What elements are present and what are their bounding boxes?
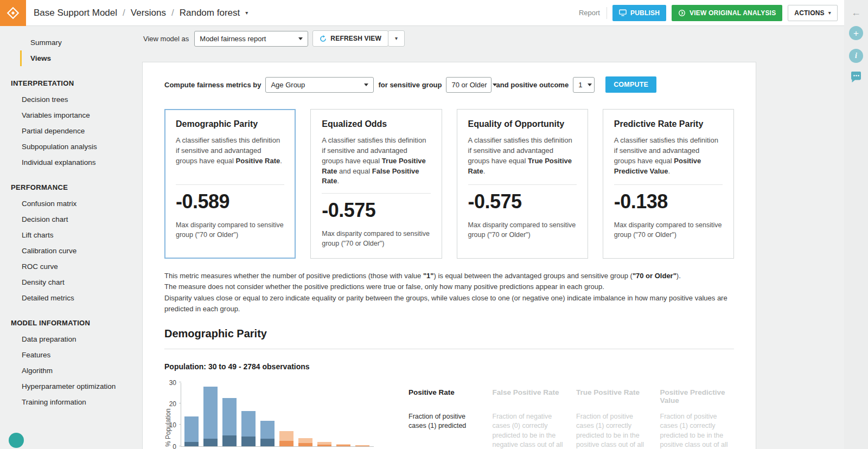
histogram-bar[interactable] [336, 444, 350, 446]
histogram-bar[interactable] [260, 421, 275, 446]
sidebar-item-partial-dependence[interactable]: Partial dependence [0, 123, 140, 139]
info-icon[interactable]: i [849, 49, 863, 63]
histogram-bar[interactable] [298, 438, 312, 446]
sidebar-item-decision-chart[interactable]: Decision chart [0, 211, 140, 227]
analysis-icon [678, 9, 686, 17]
metric-cards-row: Demographic ParityA classifier satisfies… [164, 109, 734, 259]
sensitive-group-select[interactable]: 70 or Older [446, 77, 492, 93]
model-logo-icon[interactable] [0, 0, 26, 26]
histogram-bar[interactable] [241, 411, 256, 446]
header-actions: Report PUBLISH VIEW ORIGINAL ANALYSIS [579, 5, 844, 21]
sidebar-item-calibration-curve[interactable]: Calibration curve [0, 243, 140, 259]
breadcrumb-model[interactable]: Base Support Model [34, 8, 117, 18]
sensitive-group-value: 70 or Older [451, 81, 487, 89]
view-toolbar: View model as Model fairness report REFR… [142, 30, 844, 47]
y-axis-tick [179, 382, 181, 382]
user-avatar[interactable] [9, 433, 24, 448]
chat-icon[interactable] [849, 72, 863, 85]
sidebar-item-hyperparameter-optimization[interactable]: Hyperparameter optimization [0, 379, 140, 394]
bar-segment-predicted-1-true-1 [298, 443, 312, 446]
metric-card-equalized-odds[interactable]: Equalized OddsA classifier satisfies thi… [310, 109, 442, 259]
publish-button[interactable]: PUBLISH [612, 5, 666, 21]
compute-by-select[interactable]: Age Group [265, 77, 374, 93]
top-header: Base Support Model / Versions / Random f… [0, 0, 844, 26]
compute-by-label: Compute fairness metrics by [164, 81, 261, 89]
breadcrumb-separator: / [171, 8, 174, 18]
refresh-options-button[interactable]: ▾ [388, 30, 405, 47]
metric-explanation: This metric measures whether the number … [164, 271, 734, 315]
section-divider [164, 349, 734, 349]
y-axis-tick-label: 10 [169, 422, 176, 428]
sidebar-item-decision-trees[interactable]: Decision trees [0, 92, 140, 107]
sensitive-group-label: for sensitive group [378, 81, 442, 89]
sidebar-item-detailed-metrics[interactable]: Detailed metrics [0, 290, 140, 306]
sidebar-item-subpopulation-analysis[interactable]: Subpopulation analysis [0, 139, 140, 155]
histogram-bar[interactable] [317, 442, 331, 446]
metric-card-description: A classifier satisfies this definition i… [322, 136, 430, 187]
rate-column-header-false-positive-rate[interactable]: False Positive Rate [493, 388, 567, 405]
body-row: SummaryViewsINTERPRETATIONDecision trees… [0, 26, 844, 449]
sidebar-item-data-preparation[interactable]: Data preparation [0, 331, 140, 347]
metric-card-equality-of-opportunity[interactable]: Equality of OpportunityA classifier sati… [457, 109, 588, 259]
metric-card-demographic-parity[interactable]: Demographic ParityA classifier satisfies… [164, 109, 296, 259]
chevron-down-icon[interactable]: ▾ [245, 10, 248, 16]
positive-outcome-select[interactable]: 1 [573, 77, 595, 93]
view-original-analysis-button[interactable]: VIEW ORIGINAL ANALYSIS [672, 5, 782, 21]
bar-segment-predicted-0-true-0 [222, 398, 237, 435]
metric-card-value: -0.589 [176, 190, 284, 213]
sidebar-item-algorithm[interactable]: Algorithm [0, 363, 140, 379]
sidebar-item-views[interactable]: Views [20, 50, 140, 66]
sidebar-item-lift-charts[interactable]: Lift charts [0, 227, 140, 243]
histogram-bar[interactable] [222, 398, 237, 446]
metric-card-title: Demographic Parity [176, 119, 284, 129]
y-axis-tick [179, 446, 181, 446]
collapse-panel-icon[interactable]: ← [851, 8, 861, 17]
histogram-bar[interactable] [203, 387, 218, 446]
sidebar-item-roc-curve[interactable]: ROC curve [0, 259, 140, 274]
chevron-down-icon [364, 84, 368, 86]
metric-card-footer: Max disparity compared to sensitive grou… [176, 221, 284, 240]
bar-segment-predicted-0-true-1 [184, 442, 199, 446]
breadcrumb-separator: / [123, 8, 125, 18]
bar-segment-predicted-0-true-0 [184, 416, 199, 442]
sidebar-item-variables-importance[interactable]: Variables importance [0, 107, 140, 123]
sidebar-item-features[interactable]: Features [0, 347, 140, 363]
metric-card-predictive-rate-parity[interactable]: Predictive Rate ParityA classifier satis… [603, 109, 734, 259]
breadcrumb-version-name[interactable]: Random forest [180, 8, 240, 18]
metric-card-divider [614, 184, 723, 185]
sidebar-section-interpretation: INTERPRETATION [0, 66, 140, 92]
report-tab[interactable]: Report [579, 9, 600, 17]
breadcrumb-versions[interactable]: Versions [131, 8, 166, 18]
view-model-select[interactable]: Model fairness report [194, 31, 308, 47]
breadcrumb: Base Support Model / Versions / Random f… [34, 8, 248, 18]
actions-button[interactable]: ACTIONS ▾ [788, 5, 838, 21]
view-model-select-value: Model fairness report [200, 35, 266, 43]
refresh-view-button[interactable]: REFRESH VIEW [312, 30, 388, 47]
sidebar-item-training-information[interactable]: Training information [0, 394, 140, 410]
refresh-view-label: REFRESH VIEW [330, 35, 381, 42]
metric-card-footer: Max disparity compared to sensitive grou… [468, 221, 577, 240]
bar-segment-predicted-0-true-1 [203, 439, 218, 446]
sidebar-item-summary[interactable]: Summary [0, 35, 140, 50]
sidebar-item-density-chart[interactable]: Density chart [0, 274, 140, 290]
sidebar-item-confusion-matrix[interactable]: Confusion matrix [0, 196, 140, 211]
fairness-controls: Compute fairness metrics by Age Group fo… [164, 62, 734, 93]
explanation-line: This metric measures whether the number … [164, 271, 734, 281]
bar-segment-predicted-0-true-0 [260, 421, 275, 439]
positive-outcome-label: and positive outcome [496, 81, 569, 89]
compute-button[interactable]: COMPUTE [605, 76, 656, 93]
sidebar-item-individual-explanations[interactable]: Individual explanations [0, 155, 140, 170]
right-rail: ← + i [844, 0, 868, 449]
rate-column-description-false-positive-rate: Fraction of negative cases (0) correctly… [493, 412, 567, 449]
rate-column-header-true-positive-rate[interactable]: True Positive Rate [576, 388, 650, 405]
histogram-bar[interactable] [279, 431, 293, 446]
rate-column-header-positive-predictive-value[interactable]: Positive Predictive Value [660, 388, 735, 405]
histogram-bar[interactable] [355, 445, 369, 446]
histogram-bar[interactable] [184, 416, 199, 446]
metric-card-description: A classifier satisfies this definition i… [176, 136, 284, 178]
rate-column-header-positive-rate[interactable]: Positive Rate [409, 388, 483, 405]
metric-card-title: Equalized Odds [322, 119, 430, 129]
sidebar-section-model-information: MODEL INFORMATION [0, 306, 140, 331]
bar-segment-predicted-1-true-1 [355, 446, 369, 446]
add-icon[interactable]: + [849, 26, 863, 40]
